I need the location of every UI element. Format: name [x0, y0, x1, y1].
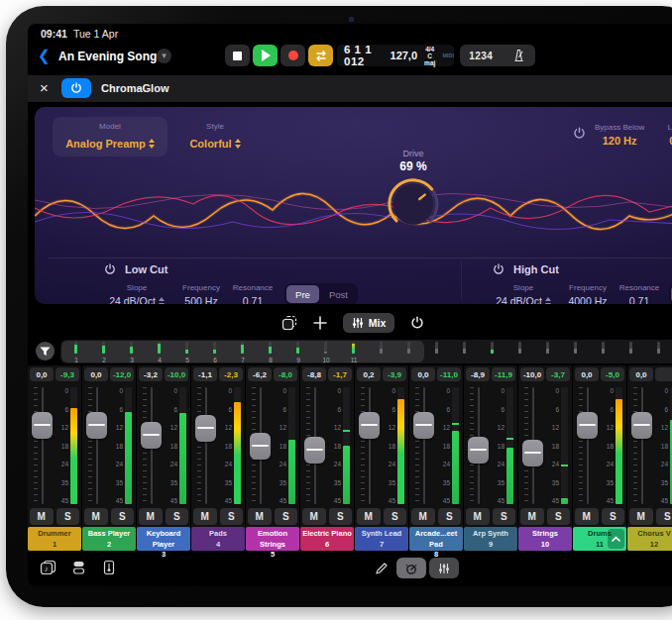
mute-button[interactable]: M	[411, 508, 435, 525]
filter-button[interactable]	[36, 342, 55, 361]
low-cut-pre-button[interactable]: Pre	[286, 285, 319, 303]
peak-level-value[interactable]: -12,0	[110, 367, 134, 381]
fader-handle[interactable]	[32, 412, 53, 439]
peak-level-value[interactable]: -8,0	[274, 367, 297, 381]
track-name-bar[interactable]: Drummer1	[28, 527, 81, 551]
track-name-bar[interactable]: Pads4	[191, 527, 245, 551]
model-selector[interactable]: Model Analog Preamp	[53, 117, 168, 156]
level-control[interactable]: Level 0.0	[651, 123, 672, 147]
mute-button[interactable]: M	[193, 508, 217, 525]
volume-value[interactable]: 0,0	[411, 367, 435, 381]
collapse-stack-button[interactable]	[608, 529, 624, 549]
volume-value[interactable]: 0,0	[575, 367, 599, 381]
peak-level-value[interactable]: -3,9	[383, 367, 406, 381]
stepper-chevrons-icon[interactable]	[159, 297, 165, 304]
track-name-bar[interactable]: Arp Synth9	[464, 527, 517, 551]
peak-level-value[interactable]: -9,3	[56, 367, 79, 381]
stepper-chevrons-icon[interactable]	[235, 139, 241, 149]
fader-handle[interactable]	[141, 422, 162, 449]
edit-pencil-icon[interactable]	[375, 562, 389, 575]
solo-button[interactable]: S	[493, 508, 516, 525]
low-cut-resonance[interactable]: Resonance 0.71	[229, 283, 277, 304]
volume-value[interactable]: -1,1	[193, 367, 217, 381]
duplicate-button[interactable]	[281, 315, 297, 331]
close-plugin-icon[interactable]: ×	[40, 79, 49, 96]
peak-level-value[interactable]	[655, 367, 672, 381]
track-name-bar[interactable]: Electric Piano6	[300, 527, 354, 551]
track-name-bar[interactable]: Synth Lead7	[355, 527, 408, 551]
lcd-display[interactable]: 6 1 1 012 127,0 4/4 C maj MIDI	[337, 45, 454, 66]
song-title[interactable]: An Evening Song	[58, 50, 157, 63]
low-cut-post-button[interactable]: Post	[321, 285, 356, 303]
volume-value[interactable]: 0,0	[629, 367, 653, 381]
stop-button[interactable]	[225, 45, 250, 66]
fader-handle[interactable]	[250, 433, 271, 460]
level-value[interactable]: 0.0	[651, 135, 672, 147]
overview-bar[interactable]: 1234567891011	[60, 340, 672, 363]
peak-level-value[interactable]: -10,0	[165, 367, 188, 381]
power-icon[interactable]	[493, 263, 504, 275]
volume-value[interactable]: 0,2	[357, 367, 381, 381]
fader-handle[interactable]	[413, 412, 434, 439]
stepper-chevrons-icon[interactable]	[545, 297, 551, 304]
solo-button[interactable]: S	[111, 508, 135, 525]
loop-browser-button[interactable]: ♪	[40, 560, 56, 575]
volume-value[interactable]: 0,0	[84, 367, 108, 381]
fader-handle[interactable]	[86, 412, 107, 439]
time-signature-key[interactable]: 4/4 C maj	[423, 46, 436, 66]
add-plugin-button[interactable]	[313, 316, 327, 330]
mute-button[interactable]: M	[139, 508, 163, 525]
solo-button[interactable]: S	[438, 508, 462, 525]
solo-button[interactable]: S	[547, 508, 571, 525]
style-selector[interactable]: Style Colorful	[175, 117, 255, 156]
solo-button[interactable]: S	[602, 508, 625, 525]
mix-button[interactable]: Mix	[343, 313, 395, 333]
peak-level-value[interactable]: -2,3	[219, 367, 243, 381]
mute-button[interactable]: M	[629, 508, 653, 525]
track-name-bar[interactable]: Strings10	[518, 527, 572, 551]
controls-view-button[interactable]	[396, 558, 426, 578]
high-cut-slope[interactable]: Slope 24 dB/Oct	[493, 283, 554, 304]
fader-handle[interactable]	[468, 437, 489, 464]
mute-button[interactable]: M	[575, 508, 599, 525]
cycle-button[interactable]	[308, 45, 333, 66]
power-icon[interactable]	[573, 127, 586, 140]
volume-value[interactable]: -6,2	[248, 367, 272, 381]
high-cut-resonance[interactable]: Resonance 0.71	[616, 283, 663, 304]
track-name-bar[interactable]: Chorus V12	[627, 527, 672, 551]
high-cut-frequency[interactable]: Frequency 4000 Hz	[562, 283, 614, 304]
peak-level-value[interactable]: -3,7	[546, 367, 570, 381]
play-button[interactable]	[253, 45, 278, 66]
peak-level-value[interactable]: -11,9	[492, 367, 515, 381]
track-name-bar[interactable]: Emotion Strings5	[246, 527, 299, 551]
stepper-chevrons-icon[interactable]	[149, 139, 155, 149]
drive-knob[interactable]	[386, 176, 441, 232]
track-name-bar[interactable]: Keyboard Player3	[137, 527, 190, 551]
volume-value[interactable]: -10,0	[520, 367, 544, 381]
song-title-menu-chevron-icon[interactable]: ▾	[157, 49, 171, 63]
track-name-bar[interactable]: Arcade...eet Pad8	[409, 527, 463, 551]
fader-handle[interactable]	[522, 440, 543, 466]
solo-button[interactable]: S	[656, 508, 672, 525]
playhead-position[interactable]: 6 1 1 012	[344, 44, 384, 67]
mute-button[interactable]: M	[520, 508, 544, 525]
volume-value[interactable]: -3,2	[139, 367, 163, 381]
bypass-below-control[interactable]: Bypass Below 120 Hz	[573, 123, 644, 147]
mixer-power-button[interactable]	[410, 316, 424, 330]
volume-value[interactable]: 0,0	[30, 367, 54, 381]
fader-handle[interactable]	[195, 415, 216, 442]
back-chevron-icon[interactable]: ❮	[38, 47, 51, 64]
fader-handle[interactable]	[577, 412, 598, 439]
fader-handle[interactable]	[359, 412, 380, 439]
track-name-bar[interactable]: Bass Player2	[82, 527, 136, 551]
mute-button[interactable]: M	[30, 508, 54, 525]
solo-button[interactable]: S	[166, 508, 189, 525]
low-cut-slope[interactable]: Slope 24 dB/Oct	[106, 283, 168, 304]
fader-handle[interactable]	[304, 437, 325, 464]
fader-handle[interactable]	[631, 412, 652, 439]
mute-button[interactable]: M	[84, 508, 108, 525]
track-name-bar[interactable]: Drums11	[573, 527, 626, 551]
volume-value[interactable]: -8,8	[302, 367, 326, 381]
tempo-value[interactable]: 127,0	[391, 50, 418, 61]
count-in-button[interactable]: 1234	[469, 51, 493, 61]
